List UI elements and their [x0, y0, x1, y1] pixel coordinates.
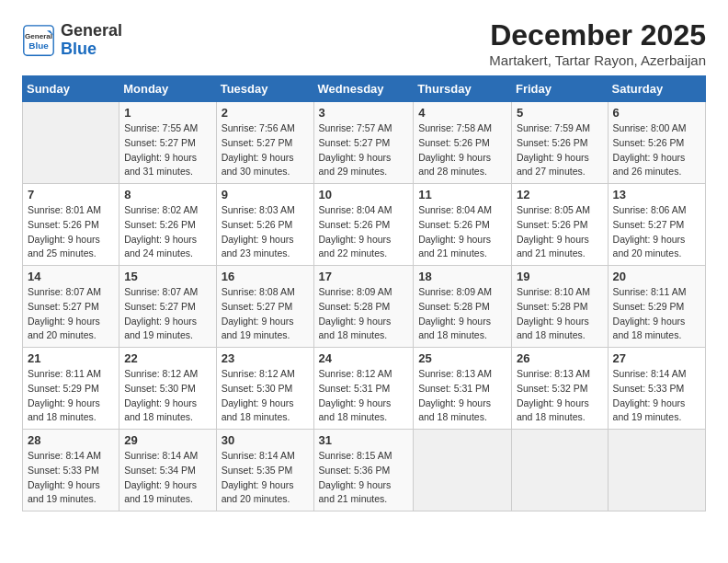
calendar-week-row: 7Sunrise: 8:01 AMSunset: 5:26 PMDaylight… [23, 184, 706, 266]
day-number: 23 [222, 351, 309, 365]
calendar-day-cell: 5Sunrise: 7:59 AMSunset: 5:26 PMDaylight… [511, 102, 608, 184]
day-info: Sunrise: 8:13 AMSunset: 5:32 PMDaylight:… [517, 367, 603, 425]
day-info: Sunrise: 8:14 AMSunset: 5:33 PMDaylight:… [28, 449, 114, 507]
calendar-day-cell: 30Sunrise: 8:14 AMSunset: 5:35 PMDayligh… [216, 430, 313, 511]
day-number: 7 [28, 188, 114, 201]
calendar-day-cell: 12Sunrise: 8:05 AMSunset: 5:26 PMDayligh… [511, 184, 608, 266]
day-number: 27 [613, 351, 700, 365]
day-info: Sunrise: 8:11 AMSunset: 5:29 PMDaylight:… [28, 367, 114, 425]
day-info: Sunrise: 8:12 AMSunset: 5:30 PMDaylight:… [222, 367, 309, 425]
calendar-day-cell: 15Sunrise: 8:07 AMSunset: 5:27 PMDayligh… [119, 266, 216, 348]
calendar-day-cell: 4Sunrise: 7:58 AMSunset: 5:26 PMDaylight… [414, 102, 512, 184]
weekday-header: Wednesday [313, 76, 414, 102]
calendar-day-cell: 20Sunrise: 8:11 AMSunset: 5:29 PMDayligh… [608, 266, 705, 348]
calendar-day-cell: 29Sunrise: 8:14 AMSunset: 5:34 PMDayligh… [119, 430, 216, 511]
calendar-day-cell: 31Sunrise: 8:15 AMSunset: 5:36 PMDayligh… [313, 430, 414, 511]
day-number: 20 [613, 270, 700, 283]
calendar-day-cell: 10Sunrise: 8:04 AMSunset: 5:26 PMDayligh… [313, 184, 414, 266]
day-info: Sunrise: 8:14 AMSunset: 5:33 PMDaylight:… [613, 367, 700, 425]
day-number: 4 [418, 106, 506, 120]
calendar-day-cell [23, 102, 119, 184]
calendar-day-cell: 11Sunrise: 8:04 AMSunset: 5:26 PMDayligh… [414, 184, 512, 266]
day-number: 5 [517, 106, 603, 120]
day-info: Sunrise: 8:07 AMSunset: 5:27 PMDaylight:… [124, 285, 210, 343]
calendar-day-cell: 23Sunrise: 8:12 AMSunset: 5:30 PMDayligh… [216, 348, 313, 430]
day-info: Sunrise: 8:13 AMSunset: 5:31 PMDaylight:… [418, 367, 506, 425]
day-info: Sunrise: 8:05 AMSunset: 5:26 PMDaylight:… [517, 203, 603, 261]
day-number: 10 [319, 188, 409, 201]
day-number: 25 [418, 351, 506, 365]
logo-blue-text: Blue [61, 40, 122, 59]
calendar-day-cell: 3Sunrise: 7:57 AMSunset: 5:27 PMDaylight… [313, 102, 414, 184]
calendar-day-cell: 21Sunrise: 8:11 AMSunset: 5:29 PMDayligh… [23, 348, 119, 430]
day-info: Sunrise: 8:09 AMSunset: 5:28 PMDaylight:… [418, 285, 506, 343]
calendar-week-row: 28Sunrise: 8:14 AMSunset: 5:33 PMDayligh… [23, 430, 706, 511]
calendar-week-row: 1Sunrise: 7:55 AMSunset: 5:27 PMDaylight… [23, 102, 706, 184]
calendar-day-cell: 2Sunrise: 7:56 AMSunset: 5:27 PMDaylight… [216, 102, 313, 184]
calendar-day-cell: 27Sunrise: 8:14 AMSunset: 5:33 PMDayligh… [608, 348, 705, 430]
weekday-header: Tuesday [216, 76, 313, 102]
calendar-day-cell: 13Sunrise: 8:06 AMSunset: 5:27 PMDayligh… [608, 184, 705, 266]
day-number: 22 [124, 351, 210, 365]
month-title: December 2025 [489, 18, 706, 52]
day-info: Sunrise: 8:10 AMSunset: 5:28 PMDaylight:… [517, 285, 603, 343]
day-number: 17 [319, 270, 409, 283]
calendar-header-row: SundayMondayTuesdayWednesdayThursdayFrid… [23, 76, 706, 102]
calendar-day-cell [511, 430, 608, 511]
calendar-day-cell: 1Sunrise: 7:55 AMSunset: 5:27 PMDaylight… [119, 102, 216, 184]
day-number: 28 [28, 433, 114, 447]
day-number: 1 [124, 106, 210, 120]
day-info: Sunrise: 8:09 AMSunset: 5:28 PMDaylight:… [319, 285, 409, 343]
day-number: 21 [28, 351, 114, 365]
day-number: 26 [517, 351, 603, 365]
day-number: 31 [319, 433, 409, 447]
day-number: 30 [222, 433, 309, 447]
svg-text:Blue: Blue [28, 40, 49, 51]
day-number: 2 [222, 106, 309, 120]
day-info: Sunrise: 8:04 AMSunset: 5:26 PMDaylight:… [319, 203, 409, 261]
day-info: Sunrise: 8:11 AMSunset: 5:29 PMDaylight:… [613, 285, 700, 343]
day-info: Sunrise: 8:12 AMSunset: 5:30 PMDaylight:… [124, 367, 210, 425]
calendar-day-cell: 24Sunrise: 8:12 AMSunset: 5:31 PMDayligh… [313, 348, 414, 430]
page-header: General Blue General Blue December 2025 … [22, 18, 706, 68]
calendar-day-cell: 28Sunrise: 8:14 AMSunset: 5:33 PMDayligh… [23, 430, 119, 511]
day-number: 29 [124, 433, 210, 447]
day-info: Sunrise: 8:12 AMSunset: 5:31 PMDaylight:… [319, 367, 409, 425]
weekday-header: Friday [511, 76, 608, 102]
weekday-header: Thursday [414, 76, 512, 102]
svg-text:General: General [25, 32, 52, 40]
day-info: Sunrise: 7:57 AMSunset: 5:27 PMDaylight:… [319, 121, 409, 179]
day-number: 3 [319, 106, 409, 120]
calendar-day-cell: 6Sunrise: 8:00 AMSunset: 5:26 PMDaylight… [608, 102, 705, 184]
day-number: 15 [124, 270, 210, 283]
calendar-day-cell: 25Sunrise: 8:13 AMSunset: 5:31 PMDayligh… [414, 348, 512, 430]
day-number: 11 [418, 188, 506, 201]
logo-general-text: General [61, 22, 122, 40]
day-number: 12 [517, 188, 603, 201]
weekday-header: Saturday [608, 76, 705, 102]
day-number: 24 [319, 351, 409, 365]
day-info: Sunrise: 8:01 AMSunset: 5:26 PMDaylight:… [28, 203, 114, 261]
day-number: 9 [222, 188, 309, 201]
day-info: Sunrise: 8:14 AMSunset: 5:35 PMDaylight:… [222, 449, 309, 507]
calendar-day-cell: 26Sunrise: 8:13 AMSunset: 5:32 PMDayligh… [511, 348, 608, 430]
calendar-day-cell: 8Sunrise: 8:02 AMSunset: 5:26 PMDaylight… [119, 184, 216, 266]
calendar-day-cell: 14Sunrise: 8:07 AMSunset: 5:27 PMDayligh… [23, 266, 119, 348]
day-number: 16 [222, 270, 309, 283]
title-area: December 2025 Martakert, Tartar Rayon, A… [489, 18, 706, 68]
logo-text: General Blue [61, 22, 122, 59]
calendar-day-cell [414, 430, 512, 511]
day-info: Sunrise: 8:02 AMSunset: 5:26 PMDaylight:… [124, 203, 210, 261]
day-info: Sunrise: 8:03 AMSunset: 5:26 PMDaylight:… [222, 203, 309, 261]
day-number: 8 [124, 188, 210, 201]
calendar-day-cell: 22Sunrise: 8:12 AMSunset: 5:30 PMDayligh… [119, 348, 216, 430]
calendar-day-cell: 18Sunrise: 8:09 AMSunset: 5:28 PMDayligh… [414, 266, 512, 348]
calendar-day-cell: 9Sunrise: 8:03 AMSunset: 5:26 PMDaylight… [216, 184, 313, 266]
day-info: Sunrise: 8:08 AMSunset: 5:27 PMDaylight:… [222, 285, 309, 343]
day-number: 13 [613, 188, 700, 201]
location-text: Martakert, Tartar Rayon, Azerbaijan [489, 52, 706, 68]
calendar-table: SundayMondayTuesdayWednesdayThursdayFrid… [22, 75, 706, 511]
day-info: Sunrise: 8:00 AMSunset: 5:26 PMDaylight:… [613, 121, 700, 179]
logo: General Blue General Blue [22, 22, 122, 59]
day-number: 19 [517, 270, 603, 283]
